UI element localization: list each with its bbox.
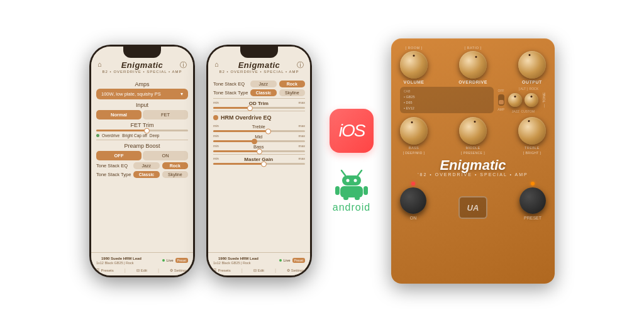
vol-bracket-label: [ ROOM ] (405, 46, 422, 50)
volume-knob[interactable] (400, 51, 428, 79)
live-label-1: Live (167, 258, 174, 262)
hrm-label: HRM Overdrive EQ (221, 114, 272, 121)
preset-badge-1: Preset (175, 258, 188, 263)
rock-btn[interactable]: Rock (162, 162, 189, 169)
svg-line-0 (341, 170, 345, 175)
treble-track[interactable] (213, 130, 305, 132)
tone-eq-label: Tone Stack EQ (96, 163, 131, 169)
footer-nav-2: ☰ Presets | ⊟ Edit | ⚙ Settings (208, 266, 310, 274)
treble-sub-label: [ BRIGHT ] (523, 151, 541, 155)
footer-preset-name-1: 1980 Suede HRM Lead (96, 255, 147, 261)
ios-icon[interactable]: iOS (330, 109, 374, 153)
live-dot-2 (279, 259, 282, 262)
bright-cap-chip[interactable]: Bright Cap off (122, 133, 147, 138)
home-icon-2[interactable]: ⌂ (214, 60, 219, 68)
home-icon-1[interactable]: ⌂ (97, 60, 102, 68)
p2-skyline-btn[interactable]: Skyline (279, 89, 305, 96)
phone-2: ⌂ Enigmatic B2 • OVERDRIVE • SPECIAL • A… (206, 45, 312, 277)
middle-knob-label: MIDDLE (465, 146, 480, 150)
svg-rect-7 (364, 186, 368, 195)
pedal-bottom-knobs: BASS [ DEEP/MID ] MIDDLE [ PRESENCE ] TR… (400, 117, 546, 155)
app-footer-2: 1980 Suede HRM Lead 1x12 Black GB25 | Ro… (208, 252, 310, 275)
fet-btn[interactable]: FET (143, 110, 188, 119)
mid-track[interactable] (213, 140, 305, 142)
volume-knob-wrap: [ ROOM ] VOLUME (400, 46, 428, 84)
skyline-btn[interactable]: Skyline (162, 171, 188, 178)
bass-row: min Bass max (213, 144, 305, 152)
preamp-toggle: OFF ON (96, 151, 188, 160)
preset-footswitch[interactable] (519, 187, 546, 214)
bass-knob[interactable] (400, 117, 428, 145)
preset-badge-2: Preset (292, 258, 305, 263)
svg-rect-6 (335, 186, 340, 195)
nav-settings-2[interactable]: ⚙ Settings (287, 267, 305, 273)
pedal-mid-row: CAB • GB25 • D65 • EV12 OFF AMP (400, 87, 546, 113)
od-trim-row: min OD Trim max (213, 101, 305, 109)
presets-icon-2: ☰ (213, 268, 216, 272)
jazz-knob[interactable] (508, 93, 522, 107)
footer-cab-2: 1x12 Black GB25 | Rock (213, 261, 264, 265)
brand-name-2: Enigmatic (214, 60, 304, 70)
input-toggle: Normal FET (96, 110, 188, 119)
toggle-switch[interactable] (498, 94, 504, 106)
app-content-2: Tone Stack EQ Jazz Rock Tone Stack Type … (208, 76, 310, 252)
android-label: android (333, 202, 370, 213)
pedal-top-labels: [ ROOM ] VOLUME [ RATIO ] OVERDRIVE [ ] … (400, 46, 546, 84)
cab-selector: CAB • GB25 • D65 • EV12 (400, 87, 494, 113)
ios-text: iOS (339, 121, 365, 141)
android-icon[interactable]: android (333, 165, 370, 213)
treble-knob-label: TREBLE (525, 146, 540, 150)
chip-row: Overdrive Bright Cap off Deep (96, 133, 188, 138)
amps-dropdown[interactable]: 100W, low plate, squishy PS ▾ (96, 89, 188, 99)
p2-tone-eq-row: Tone Stack EQ Jazz Rock (213, 80, 305, 87)
svg-rect-5 (340, 186, 363, 197)
svg-rect-9 (355, 196, 360, 200)
middle-knob[interactable] (459, 117, 487, 145)
tone-type-label: Tone Stack Type (96, 172, 131, 177)
p2-tone-type-label: Tone Stack Type (213, 90, 248, 96)
nav-edit-1[interactable]: ⊟ Edit (136, 267, 147, 273)
overdrive-knob[interactable] (459, 51, 487, 79)
overdrive-chip[interactable]: Overdrive (102, 133, 119, 138)
on-btn[interactable]: ON (143, 151, 188, 160)
tone-label: — TONE (542, 92, 546, 108)
fet-trim-track[interactable] (96, 130, 188, 131)
pedal-bottom-row: ON UA PRESET (400, 182, 546, 220)
pedal-brand-area: Enigmatic '82 • OVERDRIVE • SPECIAL • AM… (400, 158, 546, 177)
od-trim-track[interactable] (213, 107, 305, 109)
treble-knob[interactable] (518, 117, 546, 145)
on-footswitch[interactable] (400, 187, 426, 214)
bass-sub-label: [ DEEP/MID ] (403, 151, 425, 155)
nav-settings-1[interactable]: ⚙ Settings (170, 267, 188, 273)
info-icon-1[interactable]: ⓘ (180, 60, 187, 70)
off-btn[interactable]: OFF (96, 151, 142, 160)
settings-icon-1: ⚙ (170, 268, 173, 272)
preamp-label: Preamp Boost (96, 143, 188, 149)
master-gain-track[interactable] (213, 163, 305, 165)
info-icon-2[interactable]: ⓘ (297, 60, 304, 70)
deep-chip[interactable]: Deep (150, 133, 160, 138)
cab-options: • GB25 • D65 • EV12 (404, 94, 490, 111)
nav-edit-2[interactable]: ⊟ Edit (253, 267, 264, 273)
svg-point-3 (347, 179, 350, 182)
p2-classic-btn[interactable]: Classic (250, 89, 276, 96)
classic-btn[interactable]: Classic (133, 171, 159, 178)
on-switch-area: ON (400, 182, 426, 220)
input-label: Input (96, 102, 188, 108)
cab-label: CAB (404, 89, 490, 93)
nav-presets-2[interactable]: ☰ Presets (213, 267, 230, 273)
footer-cab-1: 1x12 Black GB25 | Rock (96, 261, 147, 265)
footer-preset-name-2: 1980 Suede HRM Lead (213, 255, 264, 261)
output-knob[interactable] (518, 51, 546, 79)
normal-btn[interactable]: Normal (96, 110, 142, 119)
bass-track[interactable] (213, 150, 305, 152)
jazz-btn[interactable]: Jazz (133, 162, 160, 169)
treble-row: min Treble max (213, 124, 305, 132)
svg-rect-2 (342, 175, 361, 186)
overdrive-label: OVERDRIVE (458, 80, 487, 84)
p2-jazz-btn[interactable]: Jazz (250, 80, 277, 87)
rock-knob[interactable] (525, 93, 538, 107)
brand-subtitle-1: B2 • OVERDRIVE • SPECIAL • AMP (97, 70, 187, 74)
nav-presets-1[interactable]: ☰ Presets (96, 267, 113, 273)
p2-rock-btn[interactable]: Rock (279, 80, 306, 87)
